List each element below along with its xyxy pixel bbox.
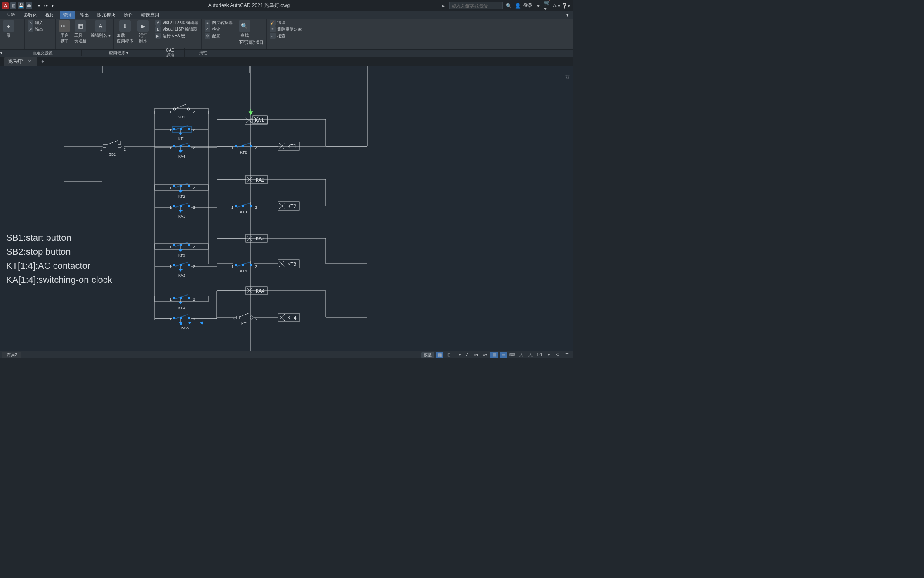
- menu-item[interactable]: 视图: [42, 11, 57, 19]
- svg-text:KA1: KA1: [255, 117, 264, 123]
- title-right-group: ▸ 🔍 👤 登录 ▾ 🛒▾ A·▾ ❔▾: [440, 2, 573, 9]
- transparency-icon[interactable]: ▤: [490, 352, 498, 358]
- menu-expand-icon[interactable]: ▢▾: [559, 12, 573, 19]
- gear-icon[interactable]: ⚙: [554, 352, 561, 358]
- svg-text:KT2: KT2: [178, 194, 185, 199]
- menu-item[interactable]: 协作: [121, 11, 136, 19]
- selection-icon[interactable]: ▭: [500, 352, 507, 358]
- anno-scale-icon[interactable]: ▾: [545, 352, 552, 358]
- drawing-canvas[interactable]: 1 2 SB2 1 2 SB1 12 KT1 12 KA4: [0, 66, 573, 351]
- svg-rect-30: [188, 145, 190, 147]
- scale-label[interactable]: 1:1: [536, 352, 543, 358]
- ribbon-lisp-editor[interactable]: LVisual LISP 编辑器: [154, 26, 200, 33]
- search-input[interactable]: [449, 2, 503, 9]
- save-icon[interactable]: 💾: [18, 2, 24, 9]
- svg-text:1: 1: [170, 206, 172, 210]
- ribbon-find[interactable]: 🔍查找: [238, 19, 252, 39]
- layout-tab[interactable]: 布局2: [2, 352, 21, 358]
- redo-icon[interactable]: →▾: [41, 2, 48, 9]
- print-icon[interactable]: 🖶: [26, 2, 32, 9]
- svg-rect-49: [188, 185, 190, 187]
- ribbon-record[interactable]: ●录: [2, 19, 16, 39]
- ribbon-cui[interactable]: CUI用户 界面: [57, 19, 71, 45]
- svg-text:KT1: KT1: [241, 322, 248, 326]
- svg-marker-112: [200, 321, 203, 325]
- menu-item[interactable]: 注释: [3, 11, 18, 19]
- app-icon[interactable]: A: [2, 2, 9, 9]
- help-icon[interactable]: ❔▾: [562, 2, 569, 9]
- viewcube[interactable]: 西: [565, 74, 570, 80]
- layout-add-icon[interactable]: +: [21, 352, 31, 358]
- file-tab-close-icon[interactable]: ✕: [28, 59, 31, 64]
- ribbon-overkill[interactable]: ≡删除重复对象: [269, 26, 303, 33]
- ribbon-import[interactable]: ↘输入: [26, 19, 54, 26]
- ribbon-tool-palette[interactable]: ▦工具 选项板: [73, 19, 88, 45]
- ribbon-audit[interactable]: ✓核查: [269, 33, 303, 39]
- quick-access-toolbar: A ▥ 💾 🖶 ←▾ →▾ ▾: [0, 2, 58, 9]
- svg-text:KT2: KT2: [240, 150, 247, 154]
- svg-text:KA1: KA1: [178, 214, 185, 218]
- menu-item-active[interactable]: 管理: [60, 11, 75, 19]
- svg-text:2: 2: [193, 297, 195, 301]
- ribbon-alias[interactable]: A编辑别名 ▾: [90, 19, 112, 39]
- svg-text:1: 1: [170, 297, 172, 301]
- svg-point-7: [118, 144, 121, 148]
- ribbon-vba-editor[interactable]: VVisual Basic 编辑器: [154, 19, 200, 26]
- search-arrow-icon[interactable]: ▸: [440, 2, 447, 9]
- chevron-down-icon[interactable]: ▾: [535, 2, 542, 9]
- app-a-icon[interactable]: A·▾: [553, 2, 560, 9]
- login-button[interactable]: 登录: [523, 2, 533, 9]
- file-tab-add-icon[interactable]: +: [38, 57, 47, 66]
- svg-text:KA4: KA4: [178, 154, 185, 159]
- polar-icon[interactable]: ∠: [463, 352, 471, 358]
- svg-rect-75: [188, 244, 190, 246]
- customize-icon[interactable]: ☰: [563, 352, 570, 358]
- lineweight-icon[interactable]: ≡▾: [481, 352, 489, 358]
- ribbon-run-vba[interactable]: ▶运行 VBA 宏: [154, 33, 200, 39]
- menu-item[interactable]: 参数化: [21, 11, 40, 19]
- svg-marker-4: [249, 112, 252, 114]
- svg-rect-82: [188, 264, 190, 266]
- user-icon[interactable]: 👤: [514, 2, 521, 9]
- menu-item[interactable]: 精选应用: [138, 11, 162, 19]
- qat-dropdown-icon[interactable]: ▾: [49, 2, 56, 9]
- svg-point-117: [250, 316, 253, 319]
- file-tab[interactable]: 跑马灯* ✕: [4, 57, 37, 66]
- svg-marker-76: [179, 249, 183, 252]
- svg-marker-31: [179, 150, 183, 153]
- window-title: Autodesk AutoCAD 2021 跑马灯.dwg: [58, 2, 440, 9]
- dyn-input-icon[interactable]: ⌨: [509, 352, 516, 358]
- walk-icon[interactable]: 人: [518, 352, 525, 358]
- svg-marker-111: [187, 322, 191, 324]
- open-icon[interactable]: ▥: [10, 2, 16, 9]
- ribbon-layer-xlate[interactable]: ≡图层转换器: [203, 19, 234, 26]
- cart-icon[interactable]: 🛒▾: [544, 2, 551, 9]
- search-icon[interactable]: 🔍: [505, 2, 512, 9]
- ribbon-config[interactable]: ⚙配置: [203, 33, 234, 39]
- grid-icon[interactable]: ▦: [436, 352, 443, 358]
- menu-item[interactable]: 输出: [77, 11, 92, 19]
- svg-rect-54: [173, 205, 175, 207]
- run-icon[interactable]: 人: [527, 352, 534, 358]
- svg-text:KA4: KA4: [256, 288, 265, 294]
- ribbon-unpurge[interactable]: 不可清除项目: [238, 39, 265, 46]
- svg-text:KT4: KT4: [240, 269, 247, 273]
- ribbon-export[interactable]: ↗输出: [26, 26, 54, 33]
- svg-text:KT4: KT4: [178, 306, 185, 310]
- ribbon-purge[interactable]: 🧹清理: [269, 19, 303, 26]
- ribbon-check[interactable]: ✓检查: [203, 26, 234, 33]
- svg-text:2: 2: [193, 128, 195, 132]
- osnap-icon[interactable]: ○▾: [472, 352, 480, 358]
- svg-marker-50: [179, 190, 183, 193]
- svg-line-118: [240, 313, 250, 317]
- svg-text:1: 1: [170, 110, 172, 114]
- ortho-icon[interactable]: ⊥▾: [454, 352, 462, 358]
- snap-icon[interactable]: ⊞: [445, 352, 453, 358]
- ribbon-load-app[interactable]: ⬇加载 应用程序: [116, 19, 134, 45]
- svg-text:KT3: KT3: [178, 253, 185, 258]
- menu-item[interactable]: 附加模块: [94, 11, 118, 19]
- ribbon-run-script[interactable]: ▶运行 脚本: [136, 19, 150, 45]
- svg-rect-35: [235, 145, 237, 147]
- model-button[interactable]: 模型: [421, 352, 434, 358]
- undo-icon[interactable]: ←▾: [33, 2, 40, 9]
